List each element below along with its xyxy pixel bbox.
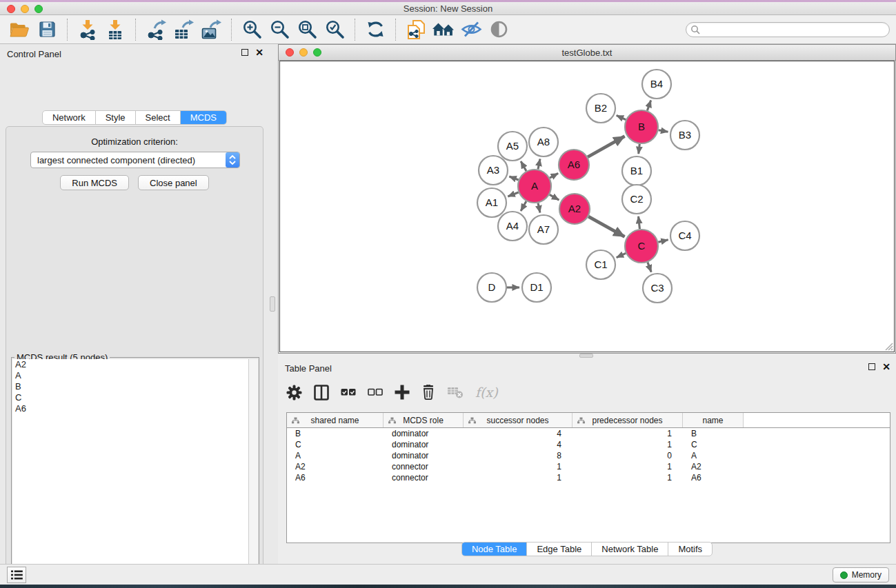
graph-edge-B-B1[interactable] [639, 144, 640, 154]
home-icon[interactable] [432, 18, 455, 41]
graph-node-A1[interactable]: A1 [477, 188, 506, 217]
select-all-checkboxes-icon[interactable] [341, 388, 356, 396]
network-graph[interactable]: B4B2BB3A8A5A6A3B1AC2A1A2A4A7C4CC1C3DD1 [280, 61, 894, 352]
export-table-icon[interactable] [172, 18, 195, 41]
zoom-in-icon[interactable] [240, 18, 263, 41]
tab-style[interactable]: Style [96, 111, 136, 124]
graph-node-C4[interactable]: C4 [670, 221, 699, 250]
graph-node-A4[interactable]: A4 [498, 212, 527, 241]
import-table-icon[interactable] [103, 18, 127, 41]
tab-motifs[interactable]: Motifs [668, 543, 712, 556]
tab-select[interactable]: Select [136, 111, 181, 124]
table-row[interactable]: A6connector11A6 [287, 472, 890, 483]
graph-node-A[interactable]: A [518, 170, 551, 203]
vertical-splitter[interactable] [269, 44, 278, 564]
graph-node-A6[interactable]: A6 [559, 150, 589, 180]
column-header-shared-name[interactable]: shared name [287, 413, 384, 427]
graph-node-C1[interactable]: C1 [586, 250, 615, 279]
graph-node-B3[interactable]: B3 [670, 121, 699, 150]
graph-node-A7[interactable]: A7 [529, 215, 558, 244]
network-canvas[interactable]: B4B2BB3A8A5A6A3B1AC2A1A2A4A7C4CC1C3DD1 [279, 61, 895, 352]
result-item[interactable]: C [12, 392, 248, 403]
graph-edge-A-A2[interactable] [550, 194, 559, 200]
tab-edge-table[interactable]: Edge Table [527, 543, 592, 556]
graph-edge-B-B4[interactable] [647, 101, 650, 111]
clone-network-icon[interactable] [404, 18, 428, 41]
table-row[interactable]: Cdominator41C [287, 439, 890, 450]
graph-node-B1[interactable]: B1 [622, 156, 651, 185]
settings-gear-icon[interactable] [286, 385, 302, 401]
splitter-grip[interactable] [270, 296, 275, 312]
column-header-predecessor-nodes[interactable]: predecessor nodes [573, 413, 683, 427]
graph-edge-B-B3[interactable] [659, 130, 668, 132]
zoom-selected-icon[interactable] [323, 18, 346, 41]
close-panel-icon[interactable]: ✕ [882, 363, 890, 370]
import-network-icon[interactable] [76, 18, 99, 41]
refresh-icon[interactable] [364, 18, 387, 41]
add-column-icon[interactable] [395, 385, 410, 400]
column-header-name[interactable]: name [683, 413, 744, 427]
tab-node-table[interactable]: Node Table [462, 543, 528, 556]
result-item[interactable]: A2 [12, 359, 248, 370]
open-session-icon[interactable] [8, 18, 31, 41]
task-history-button[interactable] [7, 567, 26, 583]
table-row[interactable]: Adominator80A [287, 450, 890, 461]
graph-edge-B-B2[interactable] [617, 115, 626, 119]
float-panel-icon[interactable] [868, 363, 875, 370]
graph-edge-A2-C[interactable] [588, 216, 624, 236]
result-scrollbar[interactable] [249, 359, 258, 588]
export-network-icon[interactable] [144, 18, 168, 41]
graph-node-D[interactable]: D [477, 273, 506, 302]
tab-mcds[interactable]: MCDS [181, 111, 226, 124]
graph-node-C[interactable]: C [625, 230, 658, 263]
graph-edge-C-C4[interactable] [658, 240, 668, 242]
criterion-select[interactable]: largest connected component (directed) [30, 152, 240, 168]
graph-edge-A6-B[interactable] [588, 136, 625, 157]
hide-selected-icon[interactable] [459, 18, 483, 41]
result-item[interactable]: A [12, 370, 248, 381]
save-session-icon[interactable] [35, 18, 59, 41]
graph-node-A3[interactable]: A3 [479, 156, 508, 185]
graph-node-B2[interactable]: B2 [586, 94, 615, 123]
table-row[interactable]: A2connector11A2 [287, 461, 890, 472]
graph-edge-A-A3[interactable] [509, 176, 518, 180]
graph-edge-A-A8[interactable] [538, 159, 540, 169]
column-header-MCDS-role[interactable]: MCDS role [384, 413, 464, 427]
memory-button[interactable]: Memory [833, 567, 889, 582]
splitter-grip[interactable] [579, 354, 593, 358]
graph-node-C2[interactable]: C2 [622, 185, 651, 214]
result-item[interactable]: B [12, 381, 248, 392]
show-columns-icon[interactable] [314, 385, 329, 401]
column-header-successor-nodes[interactable]: successor nodes [464, 413, 573, 427]
close-panel-icon[interactable]: ✕ [255, 49, 263, 56]
graph-node-A2[interactable]: A2 [559, 194, 590, 224]
close-panel-button[interactable]: Close panel [138, 175, 209, 190]
resize-corner-icon[interactable] [884, 341, 893, 351]
graph-edge-A-A7[interactable] [538, 203, 540, 212]
search-input[interactable] [700, 23, 889, 36]
horizontal-splitter[interactable] [278, 354, 896, 358]
graph-edge-A-A6[interactable] [550, 173, 558, 178]
deselect-all-checkboxes-icon[interactable] [368, 388, 383, 396]
search-field[interactable] [686, 22, 890, 37]
show-all-icon[interactable] [487, 18, 510, 41]
graph-node-A5[interactable]: A5 [498, 132, 527, 161]
graph-node-B4[interactable]: B4 [642, 70, 671, 99]
graph-edge-A-A5[interactable] [521, 161, 526, 171]
tab-network[interactable]: Network [43, 111, 96, 124]
result-item[interactable]: A6 [12, 403, 248, 414]
graph-edge-C-C1[interactable] [617, 253, 626, 257]
graph-edge-A-A4[interactable] [521, 201, 526, 211]
run-mcds-button[interactable]: Run MCDS [60, 175, 129, 190]
graph-edge-A-A1[interactable] [508, 192, 518, 196]
graph-node-A8[interactable]: A8 [529, 128, 558, 156]
graph-node-C3[interactable]: C3 [643, 274, 672, 303]
tab-network-table[interactable]: Network Table [592, 543, 668, 556]
graph-node-D1[interactable]: D1 [522, 273, 551, 302]
delete-column-icon[interactable] [421, 385, 435, 401]
zoom-out-icon[interactable] [268, 18, 291, 41]
zoom-fit-icon[interactable] [295, 18, 319, 41]
graph-edge-C-C3[interactable] [648, 262, 651, 272]
graph-node-B[interactable]: B [625, 110, 658, 143]
table-row[interactable]: Bdominator41B [287, 428, 890, 439]
